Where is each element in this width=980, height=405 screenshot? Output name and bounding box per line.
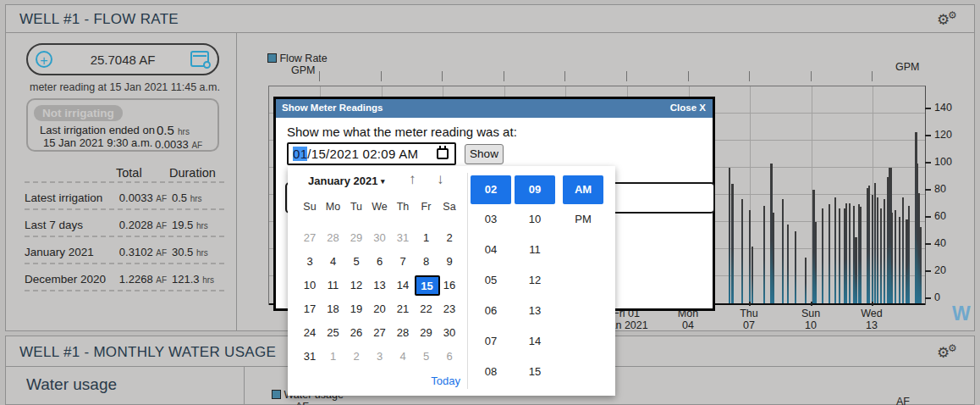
gear-icon: ⚙ (948, 343, 957, 353)
dialog-titlebar[interactable]: Show Meter Readings Close X (276, 99, 713, 118)
calendar-day[interactable]: 27 (368, 323, 392, 343)
calendar-day[interactable]: 2 (438, 228, 461, 248)
calendar-day[interactable]: 5 (344, 252, 368, 272)
hour-option[interactable]: 08 (471, 365, 511, 378)
calendar-day[interactable]: 25 (322, 323, 345, 343)
calendar-day[interactable]: 24 (298, 323, 322, 343)
legend-swatch-icon (267, 53, 277, 63)
meter-reading-control[interactable]: + 25.7048 AF (26, 43, 219, 75)
minute-option[interactable]: 13 (515, 304, 555, 317)
month-dropdown[interactable]: January 2021 ▾ (308, 175, 385, 187)
calendar-picker-icon[interactable] (437, 148, 449, 159)
today-link[interactable]: Today (406, 374, 460, 387)
calendar-day[interactable]: 2 (344, 347, 368, 367)
next-month-arrow-icon[interactable]: ↓ (437, 171, 444, 188)
water-usage-panel-title: WELL #1 - MONTHLY WATER USAGE (19, 344, 276, 361)
flow-rate-bar (822, 208, 823, 303)
calendar-day[interactable]: 31 (298, 347, 322, 367)
calendar-day[interactable]: 28 (391, 323, 415, 343)
calendar-day[interactable]: 7 (391, 252, 415, 272)
calendar-day[interactable]: 1 (415, 228, 438, 248)
flow-rate-bar (920, 227, 922, 303)
settings-gear-icon[interactable]: ⚙ ⚙ (937, 10, 962, 29)
hour-option[interactable]: 04 (471, 243, 511, 256)
calendar-day[interactable]: 13 (368, 275, 392, 296)
calendar-day[interactable]: 3 (298, 252, 322, 272)
minute-option[interactable]: 14 (515, 335, 555, 347)
minute-option-selected[interactable]: 09 (515, 175, 555, 204)
x-top-tick (872, 71, 873, 81)
flow-rate-bar (895, 210, 896, 303)
y-tick (925, 162, 931, 164)
calendar-day[interactable]: 22 (415, 299, 438, 319)
calendar-day[interactable]: 16 (438, 275, 461, 296)
y-tick-label: 60 (934, 210, 946, 222)
calendar-day[interactable]: 29 (344, 228, 368, 248)
calendar-day[interactable]: 23 (438, 299, 461, 319)
settings-gear-icon[interactable]: ⚙ ⚙ (937, 343, 962, 362)
flow-rate-bar (880, 208, 882, 303)
calendar-day[interactable]: 8 (415, 252, 438, 272)
y-tick-label: 100 (934, 156, 952, 168)
panel-divider (236, 33, 237, 331)
y-axis-unit-right: AF (896, 396, 910, 405)
calendar-day[interactable]: 30 (368, 228, 392, 248)
previous-month-arrow-icon[interactable]: ↑ (409, 171, 416, 188)
flow-rate-bar (815, 222, 817, 303)
stat-row-label: Latest irrigation (25, 191, 102, 204)
weekday-label: Th (391, 201, 415, 213)
x-tick-label: Wed13 (834, 308, 910, 331)
calendar-day[interactable]: 30 (438, 323, 461, 343)
calendar-day[interactable]: 11 (322, 275, 345, 296)
meridiem-option[interactable]: PM (563, 213, 603, 225)
calendar-day[interactable]: 14 (391, 275, 415, 296)
calendar-day[interactable]: 18 (322, 299, 345, 319)
calendar-day[interactable]: 28 (322, 228, 345, 248)
show-button[interactable]: Show (465, 144, 504, 164)
calendar-day[interactable]: 19 (344, 299, 368, 319)
calendar-day[interactable]: 27 (298, 228, 322, 248)
x-top-tick (811, 71, 812, 81)
meridiem-option-selected[interactable]: AM (563, 175, 603, 204)
hour-option[interactable]: 07 (471, 335, 511, 347)
calendar-day[interactable]: 20 (368, 299, 392, 319)
legend-unit: AF (295, 401, 344, 405)
hour-option[interactable]: 06 (471, 304, 511, 317)
hour-option-selected[interactable]: 02 (471, 175, 511, 204)
weekday-label: Su (298, 201, 322, 213)
calendar-day[interactable]: 29 (415, 323, 438, 343)
flow-rate-bar (834, 197, 836, 303)
minute-option[interactable]: 10 (515, 213, 555, 225)
x-top-tick (688, 71, 689, 81)
flow-rate-bar (729, 168, 730, 303)
calendar-day[interactable]: 5 (415, 347, 438, 367)
calendar-day[interactable]: 4 (391, 347, 415, 367)
calendar-day[interactable]: 6 (368, 252, 392, 272)
calendar-day[interactable]: 26 (344, 323, 368, 343)
y-tick (925, 270, 931, 272)
flow-rate-bar (845, 203, 847, 303)
minute-option[interactable]: 12 (515, 274, 555, 286)
calendar-day[interactable]: 21 (391, 299, 415, 319)
calendar-day[interactable]: 31 (391, 228, 415, 248)
calendar-clock-icon[interactable] (190, 51, 209, 67)
calendar-day-selected[interactable]: 15 (415, 275, 440, 296)
calendar-day[interactable]: 1 (322, 347, 345, 367)
status-line1: Last irrigation ended on (40, 124, 155, 136)
close-button[interactable]: Close X (670, 103, 706, 113)
calendar-day[interactable]: 6 (438, 347, 461, 367)
minute-option[interactable]: 11 (515, 243, 555, 256)
calendar-day[interactable]: 17 (298, 299, 322, 319)
calendar-day[interactable]: 12 (344, 275, 368, 296)
calendar-day[interactable]: 4 (322, 252, 345, 272)
stats-col-duration: Duration (169, 166, 216, 180)
hour-option[interactable]: 03 (471, 213, 511, 225)
calendar-day[interactable]: 9 (438, 252, 461, 272)
datetime-input[interactable]: 01/15/2021 02:09 AM (287, 142, 456, 165)
calendar-day[interactable]: 3 (368, 347, 392, 367)
minute-option[interactable]: 15 (515, 365, 555, 378)
weekday-label: We (368, 201, 392, 213)
calendar-day[interactable]: 10 (298, 275, 322, 296)
flow-rate-bar (899, 217, 900, 303)
hour-option[interactable]: 05 (471, 274, 511, 286)
